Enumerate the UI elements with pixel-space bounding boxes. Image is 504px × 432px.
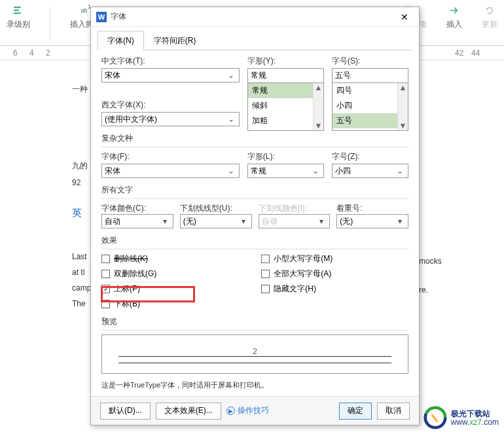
- style-input[interactable]: 常规: [247, 68, 324, 82]
- west-font-select[interactable]: (使用中文字体)⌄: [101, 112, 240, 126]
- scroll-down-icon: ▼: [314, 121, 322, 130]
- refresh-icon: [482, 3, 497, 18]
- cn-font-select[interactable]: 宋体⌄: [101, 68, 240, 82]
- size-label: 字号(S):: [332, 56, 408, 67]
- emphasis-label: 着重号:: [336, 204, 362, 213]
- dialog-footer: 默认(D)... 文本效果(E)... ▶ 操作技巧 确定 取消: [91, 396, 419, 425]
- preview-sample: 2: [253, 347, 257, 356]
- size-listbox[interactable]: 四号 小四 五号 ▲▼: [332, 82, 408, 131]
- svg-rect-1: [14, 10, 19, 11]
- info-icon: ▶: [226, 406, 235, 415]
- double-strike-checkbox[interactable]: 双删除线(G): [101, 268, 156, 279]
- chevron-down-icon: ▾: [395, 217, 405, 226]
- complex-size-select[interactable]: 小四⌄: [332, 164, 408, 178]
- style-option[interactable]: 加粗: [248, 113, 323, 128]
- underline-select[interactable]: (无)▾: [180, 214, 252, 228]
- font-color-select[interactable]: 自动▾: [101, 214, 173, 228]
- style-listbox[interactable]: 常规 倾斜 加粗 ▲▼: [247, 82, 324, 131]
- ribbon-update[interactable]: 更新: [482, 3, 497, 30]
- chevron-down-icon: ⌄: [226, 115, 236, 124]
- scroll-down-icon: ▼: [399, 121, 407, 130]
- scroll-up-icon: ▲: [314, 83, 322, 92]
- tips-link[interactable]: ▶ 操作技巧: [226, 405, 269, 416]
- chevron-down-icon: ▾: [238, 217, 249, 226]
- ok-button[interactable]: 确定: [339, 403, 372, 420]
- complex-section-title: 复杂文种: [101, 133, 408, 144]
- chevron-down-icon: ▾: [316, 217, 327, 226]
- logo-icon: [423, 406, 447, 429]
- ul-color-select: 自动▾: [259, 214, 331, 228]
- scrollbar[interactable]: ▲▼: [397, 83, 408, 130]
- scroll-up-icon: ▲: [399, 83, 407, 92]
- site-watermark: 极光下载站 www.xz7.com: [423, 406, 499, 429]
- emphasis-select[interactable]: (无)▾: [336, 214, 408, 228]
- style-option[interactable]: 常规: [248, 83, 323, 98]
- chevron-down-icon: ⌄: [226, 166, 236, 175]
- chevron-down-icon: ▾: [160, 217, 170, 226]
- document-body-right: mocks re.: [419, 257, 442, 301]
- complex-style-select[interactable]: 常规⌄: [247, 164, 324, 178]
- outline-icon: [11, 3, 26, 18]
- font-dialog: W 字体 ✕ 字体(N) 字符间距(R) 中文字体(T): 宋体⌄ 字形(Y):…: [90, 7, 420, 425]
- underline-label: 下划线线型(U):: [180, 204, 232, 213]
- chevron-down-icon: ⌄: [226, 71, 236, 80]
- text-effects-button[interactable]: 文本效果(E)...: [156, 403, 221, 420]
- complex-style-label: 字形(L):: [247, 151, 324, 162]
- chevron-down-icon: ⌄: [310, 166, 321, 175]
- size-option[interactable]: 四号: [333, 83, 408, 98]
- superscript-checkbox[interactable]: ✓上标(P): [101, 283, 156, 295]
- effects-section-title: 效果: [101, 235, 408, 246]
- alltext-section-title: 所有文字: [101, 185, 408, 196]
- insert-icon: [447, 3, 461, 18]
- chevron-down-icon: ⌄: [395, 166, 405, 175]
- hidden-checkbox[interactable]: 隐藏文字(H): [261, 283, 333, 295]
- close-button[interactable]: ✕: [395, 10, 414, 24]
- scrollbar[interactable]: ▲▼: [313, 83, 323, 130]
- svg-rect-2: [14, 12, 21, 14]
- tab-font[interactable]: 字体(N): [98, 31, 144, 50]
- svg-text:ab: ab: [81, 7, 88, 14]
- titlebar: W 字体 ✕: [91, 7, 419, 27]
- ribbon-insert[interactable]: 插入: [446, 3, 462, 30]
- dialog-app-icon: W: [96, 12, 107, 22]
- complex-font-select[interactable]: 宋体⌄: [101, 164, 240, 178]
- style-label: 字形(Y):: [247, 56, 324, 67]
- complex-size-label: 字号(Z):: [332, 151, 408, 162]
- svg-rect-0: [14, 7, 21, 8]
- size-option[interactable]: 小四: [333, 98, 408, 113]
- style-option[interactable]: 倾斜: [248, 98, 323, 113]
- dialog-body: 中文字体(T): 宋体⌄ 字形(Y): 常规 常规 倾斜 加粗 ▲▼ 字号(S)…: [91, 50, 419, 390]
- tabs: 字体(N) 字符间距(R): [98, 31, 412, 50]
- smallcaps-checkbox[interactable]: 小型大写字母(M): [261, 253, 333, 264]
- subscript-checkbox[interactable]: 下标(B): [101, 298, 156, 310]
- dialog-title: 字体: [111, 11, 395, 22]
- ul-color-label: 下划线颜色(I):: [259, 204, 308, 213]
- preview-box: 2: [101, 334, 408, 374]
- ribbon-separator: [50, 7, 50, 39]
- default-button[interactable]: 默认(D)...: [100, 403, 151, 420]
- tab-spacing[interactable]: 字符间距(R): [144, 31, 206, 50]
- complex-font-label: 字体(F):: [101, 151, 240, 162]
- font-description: 这是一种TrueType字体，同时适用于屏幕和打印机。: [101, 380, 408, 390]
- cn-font-label: 中文字体(T):: [101, 56, 240, 67]
- west-font-label: 西文字体(X):: [101, 99, 240, 111]
- allcaps-checkbox[interactable]: 全部大写字母(A): [261, 268, 333, 279]
- size-input[interactable]: 五号: [332, 68, 408, 82]
- font-color-label: 字体颜色(C):: [101, 204, 146, 213]
- size-option[interactable]: 五号: [333, 113, 408, 128]
- ribbon-outline-level[interactable]: 录级别: [7, 3, 30, 30]
- preview-section-title: 预览: [101, 316, 408, 327]
- cancel-button[interactable]: 取消: [377, 403, 410, 420]
- strike-checkbox[interactable]: 删除线(K): [101, 253, 156, 264]
